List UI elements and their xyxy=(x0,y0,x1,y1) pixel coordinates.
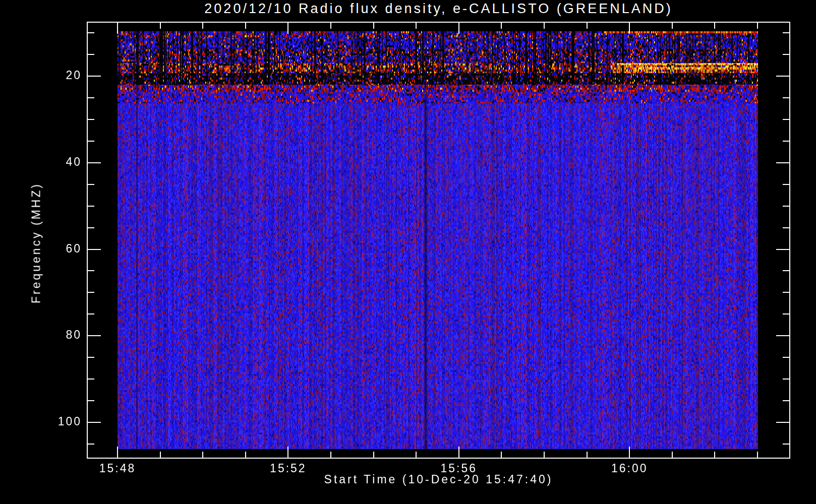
y-tick-label: 60 xyxy=(21,242,82,256)
spectrogram-page: 2020/12/10 Radio flux density, e-CALLIST… xyxy=(0,0,816,504)
x-tick-label: 15:48 xyxy=(72,462,163,475)
axes-frame-ticks-canvas xyxy=(0,0,816,504)
y-tick-label: 100 xyxy=(21,415,82,428)
y-tick-label: 80 xyxy=(21,328,82,342)
y-tick-label: 20 xyxy=(21,69,82,82)
x-tick-label: 15:52 xyxy=(243,462,333,475)
y-tick-label: 40 xyxy=(21,155,82,169)
x-tick-label: 16:00 xyxy=(584,462,675,475)
x-tick-label: 15:56 xyxy=(414,462,504,475)
